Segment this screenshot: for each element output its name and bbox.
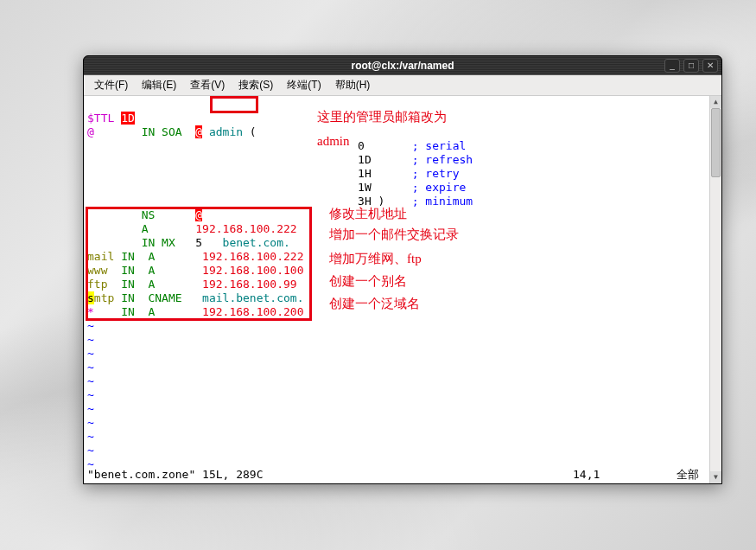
ttl-value: 1D (121, 112, 135, 125)
minimize-button[interactable]: _ (664, 59, 680, 73)
annotation-admin-2: admin (317, 134, 350, 148)
rec6-type: A (148, 305, 155, 318)
vim-tilde: ~ (87, 416, 94, 429)
annotation-box-admin (210, 96, 258, 113)
rec4-host: ftp (87, 278, 107, 291)
vim-tilde: ~ (87, 361, 94, 374)
soa-refresh-val: 1D (358, 153, 372, 166)
rec3-val: 192.168.100.100 (202, 264, 303, 277)
vim-tilde: ~ (87, 430, 94, 443)
rec4-type: A (148, 278, 155, 291)
terminal-window: root@clx:/var/named _ □ ✕ 文件(F) 编辑(E) 查看… (83, 55, 722, 484)
annotation-wildcard: 创建一个泛域名 (329, 297, 420, 310)
rec5-in: IN (121, 291, 135, 304)
terminal-area[interactable]: $TTL 1D @ IN SOA @ admin ( 0 ; serial 1D… (84, 96, 721, 483)
rec1-in: IN (142, 236, 156, 249)
vim-status-line: "benet.com.zone" 15L, 289C 14,1 全部 (87, 468, 706, 482)
rec6-host: * (87, 305, 94, 318)
annotation-www-ftp: 增加万维网、ftp (329, 252, 422, 265)
rec2-type: A (148, 250, 155, 263)
rec1-pri: 5 (195, 236, 202, 249)
rec3-in: IN (121, 264, 135, 277)
scroll-down-icon[interactable]: ▼ (710, 471, 721, 483)
status-position: 14,1 (573, 468, 677, 482)
vim-tilde: ~ (87, 402, 94, 415)
annotation-mx: 增加一个邮件交换记录 (329, 227, 459, 241)
ns-val: @ (195, 208, 202, 221)
menu-search[interactable]: 搜索(S) (232, 76, 280, 94)
vim-tilde: ~ (87, 444, 94, 457)
soa-ns: @ (195, 125, 202, 138)
ttl-keyword: $TTL (87, 112, 114, 125)
soa-expire-val: 1W (358, 181, 372, 194)
rec1-val: benet.com. (223, 236, 290, 249)
vim-tilde: ~ (87, 333, 94, 346)
rec2-val: 192.168.100.222 (202, 250, 303, 263)
rec4-in: IN (121, 278, 135, 291)
soa-refresh-c: ; refresh (412, 153, 473, 166)
soa-retry-c: ; retry (412, 167, 460, 180)
annotation-host: 修改主机地址 (329, 207, 407, 221)
cursor: s (87, 291, 94, 304)
close-button[interactable]: ✕ (702, 59, 718, 73)
rec0-type: A (142, 222, 149, 235)
ns-type: NS (142, 208, 156, 221)
rec4-val: 192.168.100.99 (202, 278, 297, 291)
maximize-button[interactable]: □ (683, 59, 699, 73)
scroll-thumb[interactable] (711, 108, 721, 177)
soa-admin: admin (209, 125, 243, 138)
rec3-type: A (148, 264, 155, 277)
titlebar[interactable]: root@clx:/var/named _ □ ✕ (84, 56, 721, 75)
menu-terminal[interactable]: 终端(T) (280, 76, 327, 94)
status-percent: 全部 (677, 468, 706, 482)
window-title: root@clx:/var/named (351, 60, 454, 72)
soa-expire-c: ; expire (412, 181, 467, 194)
soa-retry-val: 1H (358, 167, 372, 180)
rec0-val: 192.168.100.222 (195, 222, 296, 235)
vim-tilde: ~ (87, 374, 94, 387)
menu-edit[interactable]: 编辑(E) (135, 76, 183, 94)
soa-serial-val: 0 (358, 139, 372, 152)
menu-view[interactable]: 查看(V) (183, 76, 232, 94)
soa-min-val: 3H ) (358, 195, 384, 208)
status-file: "benet.com.zone" 15L, 289C (87, 468, 573, 482)
vim-tilde: ~ (87, 319, 94, 332)
soa-serial-c: ; serial (412, 139, 467, 152)
scroll-up-icon[interactable]: ▲ (710, 96, 721, 108)
rec3-host: www (87, 264, 107, 277)
menubar: 文件(F) 编辑(E) 查看(V) 搜索(S) 终端(T) 帮助(H) (84, 75, 721, 96)
rec5-val: mail.benet.com. (202, 291, 303, 304)
vim-tilde: ~ (87, 347, 94, 360)
rec5-host-rest: mtp (94, 291, 114, 304)
rec2-host: mail (87, 250, 114, 263)
in-soa: IN SOA (142, 125, 182, 138)
terminal-content: $TTL 1D @ IN SOA @ admin ( 0 ; serial 1D… (84, 96, 721, 483)
annotation-admin-1: 这里的管理员邮箱改为 (317, 110, 447, 124)
soa-min-c: ; minimum (412, 195, 473, 208)
window-controls: _ □ ✕ (664, 59, 718, 73)
rec1-type: MX (162, 236, 175, 249)
origin-at: @ (87, 125, 94, 138)
scrollbar[interactable]: ▲ ▼ (709, 96, 721, 483)
rec2-in: IN (121, 250, 135, 263)
menu-file[interactable]: 文件(F) (87, 76, 135, 94)
menu-help[interactable]: 帮助(H) (328, 76, 378, 94)
rec6-in: IN (121, 305, 135, 318)
rec5-type: CNAME (148, 291, 181, 304)
vim-tilde: ~ (87, 388, 94, 401)
annotation-cname: 创建一个别名 (329, 274, 407, 288)
rec6-val: 192.168.100.200 (202, 305, 303, 318)
soa-paren: ( (243, 125, 257, 138)
